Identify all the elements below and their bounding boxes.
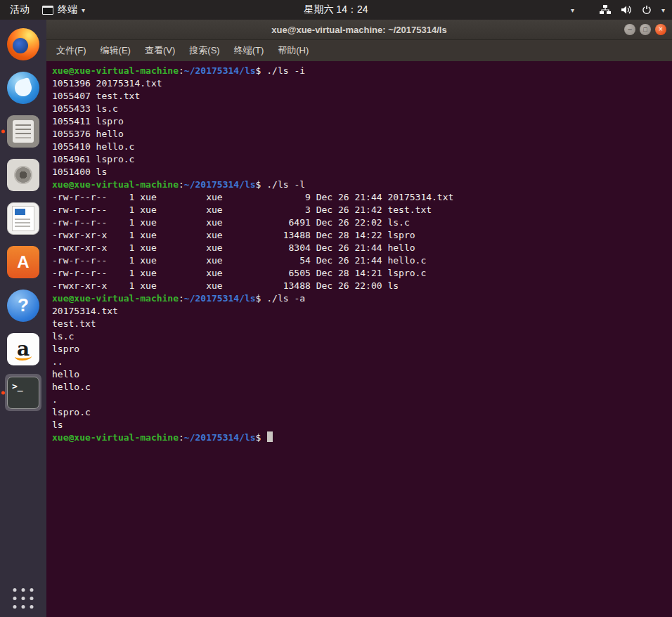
output-line: ..	[52, 356, 666, 368]
dock-item-files[interactable]	[0, 111, 46, 151]
dock-item-firefox[interactable]	[0, 24, 46, 64]
power-icon	[642, 5, 652, 15]
window-title: xue@xue-virtual-machine: ~/20175314/ls	[271, 25, 446, 35]
top-bar-left: 活动 终端 ▾	[0, 4, 85, 16]
prompt-path: ~/20175314/ls	[184, 65, 256, 76]
output-line: 1055433 ls.c	[52, 103, 666, 115]
minimize-button[interactable]: –	[624, 24, 635, 35]
firefox-icon	[7, 28, 39, 60]
prompt-user: xue@xue-virtual-machine	[52, 432, 179, 443]
prompt-symbol: $	[256, 179, 267, 190]
menu-item-1[interactable]: 文件(F)	[49, 41, 93, 60]
output-line: 1051400 ls	[52, 166, 666, 178]
prompt-user: xue@xue-virtual-machine	[52, 179, 179, 190]
thunderbird-icon	[7, 72, 39, 104]
prompt-line: xue@xue-virtual-machine:~/20175314/ls$ .…	[52, 178, 666, 191]
output-line: 20175314.txt	[52, 305, 666, 318]
dock-item-help[interactable]: ?	[0, 285, 46, 325]
menu-item-2[interactable]: 编辑(E)	[93, 41, 138, 60]
system-menu-chevron-icon[interactable]: ▾	[661, 6, 665, 14]
menu-item-6[interactable]: 帮助(H)	[271, 41, 316, 60]
prompt-user: xue@xue-virtual-machine	[52, 65, 179, 76]
prompt-path: ~/20175314/ls	[184, 432, 256, 443]
terminal-icon: >_	[7, 377, 39, 409]
prompt-separator: :	[179, 432, 184, 443]
system-tray[interactable]: ▾ ▾	[571, 5, 672, 15]
prompt-symbol: $	[256, 65, 267, 76]
rhythmbox-icon	[7, 159, 39, 191]
activities-button[interactable]: 活动	[10, 4, 30, 16]
prompt-symbol: $	[256, 293, 267, 304]
window-titlebar[interactable]: xue@xue-virtual-machine: ~/20175314/ls –…	[46, 20, 672, 40]
prompt-separator: :	[179, 179, 184, 190]
running-indicator	[1, 391, 5, 394]
output-line: -rw-r--r-- 1 xue xue 6505 Dec 28 14:21 l…	[52, 267, 666, 280]
dock-item-terminal[interactable]: >_	[0, 372, 46, 413]
output-line: hello.c	[52, 381, 666, 394]
help-icon: ?	[7, 290, 39, 322]
network-icon	[600, 5, 611, 15]
output-line: ls	[52, 419, 666, 431]
terminal-window: xue@xue-virtual-machine: ~/20175314/ls –…	[46, 20, 672, 617]
output-line: ls.c	[52, 330, 666, 343]
prompt-separator: :	[179, 293, 184, 304]
app-menu[interactable]: 终端 ▾	[42, 4, 85, 16]
output-line: lspro.c	[52, 406, 666, 419]
output-line: -rw-r--r-- 1 xue xue 3 Dec 26 21:42 test…	[52, 204, 666, 216]
output-line: 1051396 20175314.txt	[52, 77, 666, 90]
prompt-line: xue@xue-virtual-machine:~/20175314/ls$	[52, 431, 666, 444]
command-text: ./ls -a	[266, 293, 305, 304]
menu-bar: 文件(F)编辑(E)查看(V)搜索(S)终端(T)帮助(H)	[46, 40, 672, 61]
prompt-line: xue@xue-virtual-machine:~/20175314/ls$ .…	[52, 292, 666, 305]
output-line: test.txt	[52, 318, 666, 330]
top-bar: 活动 终端 ▾ 星期六 14：24 ▾	[0, 0, 672, 20]
dock-item-ubuntu-software[interactable]: A	[0, 242, 46, 282]
maximize-button[interactable]: □	[640, 24, 651, 35]
terminal-content[interactable]: xue@xue-virtual-machine:~/20175314/ls$ .…	[46, 61, 672, 617]
prompt-path: ~/20175314/ls	[184, 293, 256, 304]
menu-item-5[interactable]: 终端(T)	[227, 41, 271, 60]
prompt-line: xue@xue-virtual-machine:~/20175314/ls$ .…	[52, 65, 666, 77]
app-menu-label: 终端	[58, 4, 77, 16]
prompt-path: ~/20175314/ls	[184, 179, 256, 190]
dock-item-amazon[interactable]: a	[0, 329, 46, 369]
running-indicator	[1, 129, 5, 133]
output-line: -rw-r--r-- 1 xue xue 6491 Dec 26 22:02 l…	[52, 216, 666, 229]
amazon-icon: a	[7, 333, 39, 365]
prompt-symbol: $	[256, 432, 267, 443]
text-cursor	[267, 431, 273, 442]
window-controls: – □ ×	[624, 24, 666, 35]
command-text: ./ls -i	[266, 65, 305, 76]
dock-item-thunderbird[interactable]	[0, 67, 46, 108]
close-button[interactable]: ×	[655, 24, 666, 35]
menu-item-3[interactable]: 查看(V)	[138, 41, 182, 60]
output-line: lspro	[52, 343, 666, 356]
output-line: -rw-r--r-- 1 xue xue 54 Dec 26 21:44 hel…	[52, 254, 666, 267]
output-line: -rwxr-xr-x 1 xue xue 13488 Dec 28 14:22 …	[52, 229, 666, 242]
output-line: -rw-r--r-- 1 xue xue 9 Dec 26 21:44 2017…	[52, 191, 666, 204]
output-line: 1055410 hello.c	[52, 141, 666, 153]
output-line: hello	[52, 368, 666, 381]
show-applications-button[interactable]	[13, 588, 34, 609]
output-line: 1055407 test.txt	[52, 90, 666, 103]
output-line: 1055376 hello	[52, 128, 666, 141]
terminal-window-icon	[42, 6, 53, 15]
output-line: .	[52, 394, 666, 406]
output-line: 1054961 lspro.c	[52, 153, 666, 166]
chevron-down-icon: ▾	[82, 6, 85, 14]
output-line: 1055411 lspro	[52, 115, 666, 128]
files-icon	[7, 115, 39, 148]
clock[interactable]: 星期六 14：24	[304, 4, 368, 16]
command-text: ./ls -l	[266, 179, 305, 190]
desktop: A ? a >_ xue@xue-virtual-machine: ~/2017…	[0, 20, 672, 617]
output-line: -rwxr-xr-x 1 xue xue 8304 Dec 26 21:44 h…	[52, 242, 666, 254]
dock-item-libreoffice-writer[interactable]	[0, 198, 46, 238]
dock: A ? a >_	[0, 20, 46, 617]
output-line: -rwxr-xr-x 1 xue xue 13488 Dec 26 22:00 …	[52, 280, 666, 292]
ubuntu-software-icon: A	[7, 246, 39, 278]
prompt-user: xue@xue-virtual-machine	[52, 293, 179, 304]
menu-item-4[interactable]: 搜索(S)	[182, 41, 226, 60]
indicator-chevron-icon[interactable]: ▾	[571, 6, 574, 14]
volume-icon	[621, 5, 632, 15]
dock-item-rhythmbox[interactable]	[0, 155, 46, 195]
